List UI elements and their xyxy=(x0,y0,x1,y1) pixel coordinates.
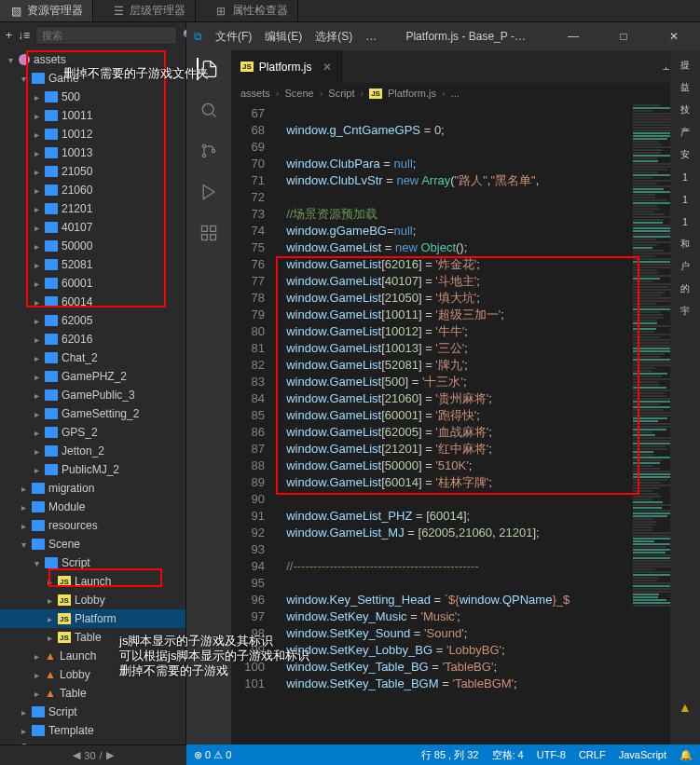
tree-item-gamephz_2[interactable]: ▸GamePHZ_2 xyxy=(0,367,185,386)
chevron-icon: ▸ xyxy=(32,335,41,345)
add-button[interactable]: + xyxy=(6,27,12,44)
notifications-icon[interactable]: 🔔 xyxy=(679,749,693,761)
tree-item-gps_2[interactable]: ▸GPS_2 xyxy=(0,423,185,442)
tree-item-10011[interactable]: ▸10011 xyxy=(0,106,185,125)
tree-item-21050[interactable]: ▸21050 xyxy=(0,162,185,181)
menu-edit[interactable]: 编辑(E) xyxy=(265,29,302,45)
dock-item[interactable]: 和 xyxy=(672,235,698,253)
dock-item[interactable]: 的 xyxy=(672,280,698,298)
tree-item-21060[interactable]: ▸21060 xyxy=(0,181,185,199)
source-control-icon[interactable] xyxy=(198,140,220,162)
panel-hierarchy-manager[interactable]: ☰ 层级管理器 xyxy=(103,0,196,21)
minimize-button[interactable]: — xyxy=(555,30,592,43)
dock-item[interactable]: 益 xyxy=(672,78,698,97)
tree-item-platform[interactable]: ▸JSPlatform xyxy=(0,609,185,628)
search-input[interactable] xyxy=(35,26,177,45)
folder-icon xyxy=(45,334,58,345)
status-spaces[interactable]: 空格: 4 xyxy=(492,748,524,762)
tree-item-500[interactable]: ▸500 xyxy=(0,88,185,106)
status-cursor[interactable]: 行 85 , 列 32 xyxy=(421,748,479,762)
dock-item[interactable]: 1 xyxy=(672,168,698,186)
tree-item-label: 10012 xyxy=(62,128,92,141)
prev-page-icon[interactable]: ◀ xyxy=(73,749,80,761)
tree-item-table[interactable]: ▸▲Table xyxy=(0,684,185,703)
crumb[interactable]: ... xyxy=(451,88,460,99)
database-icon xyxy=(19,54,30,65)
tab-close-icon[interactable]: ✕ xyxy=(323,61,332,74)
tree-item-62005[interactable]: ▸62005 xyxy=(0,311,185,330)
tree-item-10012[interactable]: ▸10012 xyxy=(0,125,185,143)
dock-item[interactable]: 1 xyxy=(672,190,698,209)
panel-label: 层级管理器 xyxy=(130,3,185,19)
chevron-icon: ▸ xyxy=(32,409,41,419)
menu-more[interactable]: … xyxy=(365,30,377,43)
close-button[interactable]: ✕ xyxy=(655,30,693,43)
tree-item-60001[interactable]: ▸60001 xyxy=(0,274,185,293)
dock-item[interactable]: 1 xyxy=(672,212,698,231)
tree-item-launch[interactable]: ▸JSLaunch xyxy=(0,572,185,591)
tree-item-scene[interactable]: ▾Scene xyxy=(0,535,185,553)
status-eol[interactable]: CRLF xyxy=(579,749,606,760)
asset-tree[interactable]: ▾assets▾Game▸500▸10011▸10012▸10013▸21050… xyxy=(0,48,185,765)
code-editor[interactable]: 6768697071727374757677787980818283848586… xyxy=(231,103,700,765)
tree-item-60014[interactable]: ▸60014 xyxy=(0,293,185,311)
dock-item[interactable]: 安 xyxy=(672,145,698,164)
tree-item-40107[interactable]: ▸40107 xyxy=(0,218,185,237)
chevron-icon: ▸ xyxy=(32,260,41,270)
crumb[interactable]: Script xyxy=(328,88,354,99)
crumb[interactable]: Scene xyxy=(284,88,313,99)
tree-item-table[interactable]: ▸JSTable xyxy=(0,628,185,647)
tree-item-migration[interactable]: ▸migration xyxy=(0,479,185,498)
svg-rect-7 xyxy=(211,235,216,240)
tree-item-lobby[interactable]: ▸JSLobby xyxy=(0,591,185,609)
dock-item[interactable]: 宇 xyxy=(672,302,698,321)
pager[interactable]: ◀ 30 / ▶ xyxy=(0,745,186,765)
menu-select[interactable]: 选择(S) xyxy=(315,29,352,45)
maximize-button[interactable]: □ xyxy=(605,30,642,43)
search-activity-icon[interactable] xyxy=(198,99,220,121)
dock-item[interactable]: 产 xyxy=(672,123,698,142)
crumb[interactable]: Platform.js xyxy=(388,88,436,99)
status-language[interactable]: JavaScript xyxy=(619,749,666,760)
dock-item[interactable]: 提 xyxy=(672,56,698,75)
tree-item-10013[interactable]: ▸10013 xyxy=(0,143,185,162)
tree-item-label: Platform xyxy=(75,612,117,625)
tree-item-game[interactable]: ▾Game xyxy=(0,69,185,88)
tree-item-62016[interactable]: ▸62016 xyxy=(0,330,185,348)
tree-item-label: Chat_2 xyxy=(62,351,98,364)
dock-item[interactable]: 技 xyxy=(672,101,698,119)
dock-item[interactable]: 户 xyxy=(672,257,698,276)
tree-item-resources[interactable]: ▸resources xyxy=(0,516,185,535)
next-page-icon[interactable]: ▶ xyxy=(106,749,114,761)
chevron-icon: ▸ xyxy=(45,633,54,643)
tree-item-launch[interactable]: ▸▲Launch xyxy=(0,647,185,665)
tree-item-assets[interactable]: ▾assets xyxy=(0,50,185,69)
status-encoding[interactable]: UTF-8 xyxy=(537,749,566,760)
panel-inspector[interactable]: ⊞ 属性检查器 xyxy=(205,0,298,21)
tree-item-lobby[interactable]: ▸▲Lobby xyxy=(0,665,185,684)
debug-icon[interactable] xyxy=(198,181,220,203)
tree-item-script[interactable]: ▾Script xyxy=(0,553,185,572)
tree-item-gamepublic_3[interactable]: ▸GamePublic_3 xyxy=(0,386,185,404)
fire-icon: ▲ xyxy=(45,668,56,681)
tree-item-gamesetting_2[interactable]: ▸GameSetting_2 xyxy=(0,404,185,423)
tree-item-jetton_2[interactable]: ▸Jetton_2 xyxy=(0,442,185,460)
status-errors[interactable]: ⊗ 0 ⚠ 0 xyxy=(194,749,231,761)
warning-icon[interactable]: ▲ xyxy=(672,698,698,717)
breadcrumb[interactable]: assets› Scene› Script› JS Platform.js› .… xyxy=(231,83,700,103)
tree-item-module[interactable]: ▸Module xyxy=(0,498,185,516)
tree-item-publicmj_2[interactable]: ▸PublicMJ_2 xyxy=(0,460,185,479)
extensions-icon[interactable] xyxy=(198,222,220,244)
panel-resource-manager[interactable]: ▧ 资源管理器 xyxy=(0,0,93,21)
tab-platform-js[interactable]: JS Platform.js ✕ xyxy=(231,50,342,83)
crumb[interactable]: assets xyxy=(240,88,270,99)
tree-item-script[interactable]: ▸Script xyxy=(0,703,185,721)
tree-item-21201[interactable]: ▸21201 xyxy=(0,199,185,218)
sort-button[interactable]: ↓≡ xyxy=(18,27,30,44)
tree-item-50000[interactable]: ▸50000 xyxy=(0,237,185,255)
tree-item-chat_2[interactable]: ▸Chat_2 xyxy=(0,348,185,367)
menu-file[interactable]: 文件(F) xyxy=(215,29,252,45)
tree-item-52081[interactable]: ▸52081 xyxy=(0,255,185,274)
tree-item-template[interactable]: ▸Template xyxy=(0,721,185,740)
explorer-icon[interactable] xyxy=(197,58,219,80)
